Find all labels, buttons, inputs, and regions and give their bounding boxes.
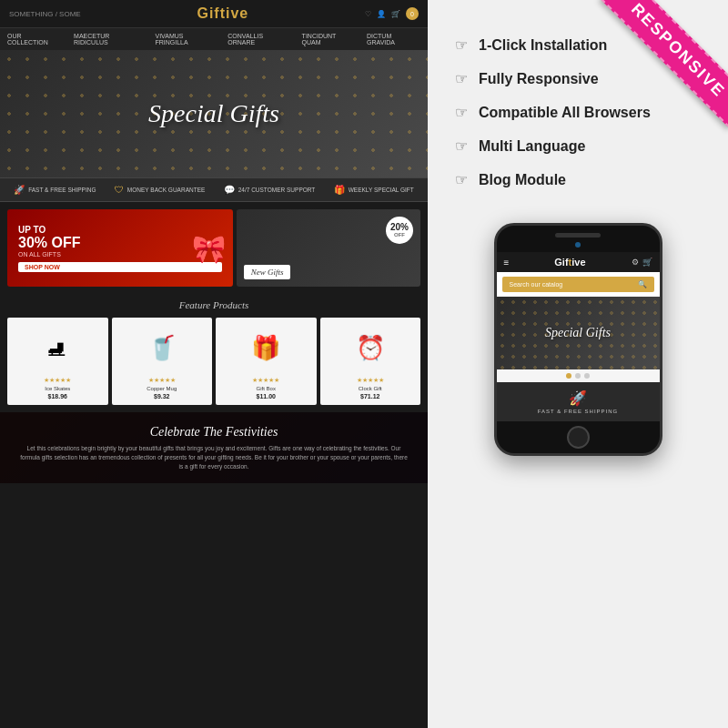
phone-cart-icon[interactable]: 🛒 (642, 258, 652, 267)
features-bar: 🚀 FAST & FREE SHIPPING 🛡 MONEY BACK GUAR… (0, 177, 428, 202)
cursor-icon-1: ☞ (455, 70, 468, 87)
bow-decoration: 🎀 (192, 232, 226, 264)
phone-shipping-label: FAST & FREE SHIPPING (538, 409, 619, 414)
phone-mockup: ≡ Giftive ⚙ 🛒 Search our catalog 🔍 Speci… (494, 223, 662, 456)
percent-off: OFF (394, 232, 405, 238)
product-card-3: ⏰ ★★★★★ Clock Gift $71.12 (320, 318, 421, 405)
cart-icon[interactable]: 🛒 (391, 10, 400, 18)
product-image-1: 🥤 (136, 323, 187, 373)
product-name-3: Clock Gift (359, 386, 382, 391)
percent-badge: 20% OFF (386, 217, 413, 244)
product-image-2: 🎁 (241, 323, 291, 373)
phone-slider-dots (497, 369, 660, 382)
product-image-0: ⛸ (33, 323, 83, 373)
product-price-0: $18.96 (48, 393, 67, 399)
user-icon[interactable]: 👤 (377, 10, 386, 18)
guarantee-icon: 🛡 (115, 185, 124, 195)
promo-section: UP TO 30% OFF ON ALL GIFTS SHOP NOW 🎀 20… (0, 202, 428, 294)
promo-new-gifts-banner: 20% OFF New Gifts (237, 209, 420, 287)
product-price-1: $9.32 (154, 393, 170, 399)
search-icon[interactable]: 🔍 (638, 280, 647, 288)
product-price-2: $11.00 (257, 393, 276, 399)
ribbon-corner: RESPONSIVE (555, 0, 728, 173)
nav-item-quam[interactable]: TINCIDUNT QUAM (302, 33, 356, 46)
celebration-text: Let this celebrations begin brightly by … (18, 444, 410, 470)
phone-search-bar[interactable]: Search our catalog 🔍 (502, 277, 654, 292)
phone-camera (575, 242, 581, 248)
featured-section-title: Feature Products (0, 294, 428, 314)
support-label: 24/7 CUSTOMER SUPPORT (238, 187, 316, 193)
product-stars-2: ★★★★★ (252, 377, 279, 384)
phone-nav: ≡ Giftive ⚙ 🛒 (497, 252, 660, 272)
nav-item-fringilla[interactable]: VIVAMUS FRINGILLA (155, 33, 217, 46)
guarantee-label: MONEY BACK GUARANTEE (127, 187, 205, 193)
slider-dot-1[interactable] (566, 373, 571, 379)
phone-home-button[interactable] (567, 426, 590, 449)
phone-container: ≡ Giftive ⚙ 🛒 Search our catalog 🔍 Speci… (428, 223, 728, 456)
slider-dot-3[interactable] (584, 373, 590, 379)
product-name-1: Copper Mug (147, 386, 177, 391)
phone-gear-icon[interactable]: ⚙ (632, 258, 639, 267)
responsive-ribbon: RESPONSIVE (601, 0, 728, 128)
product-stars-0: ★★★★★ (44, 377, 71, 384)
phone-logo: Giftive (554, 257, 585, 268)
feature-guarantee: 🛡 MONEY BACK GUARANTEE (115, 185, 205, 195)
cursor-icon-0: ☞ (455, 36, 468, 54)
featured-section: Feature Products ⛸ ★★★★★ Ice Skates $18.… (0, 294, 428, 412)
hero-text: Special Gifts (148, 99, 279, 128)
product-name-0: Ice Skates (45, 386, 70, 391)
logo-text: Giftive (197, 5, 248, 21)
nav-item-gravida[interactable]: DICTUM GRAVIDA (367, 33, 420, 46)
hero-banner: Special Gifts (0, 50, 428, 177)
products-grid: ⛸ ★★★★★ Ice Skates $18.96 🥤 ★★★★★ Copper… (0, 314, 428, 412)
slider-dot-2[interactable] (575, 373, 581, 379)
phone-speaker (555, 233, 601, 238)
celebration-title: Celebrate The Festivities (18, 425, 410, 440)
support-icon: 💬 (224, 185, 235, 195)
nav-item-collection[interactable]: OUR COLLECTION (7, 33, 63, 46)
header-right: ♡ 👤 🛒 0 (365, 7, 419, 20)
site-logo: Giftive (197, 5, 248, 22)
right-panel: RESPONSIVE ☞ 1-Click Installation ☞ Full… (428, 0, 728, 728)
percent-number: 20% (390, 223, 409, 232)
phone-shipping-icon: 🚀 (569, 389, 587, 407)
promo-discount-banner: UP TO 30% OFF ON ALL GIFTS SHOP NOW 🎀 (7, 209, 233, 287)
product-card-0: ⛸ ★★★★★ Ice Skates $18.96 (7, 318, 108, 405)
product-stars-1: ★★★★★ (148, 377, 176, 384)
nav-item-ridiculus[interactable]: MAECETUR RIDICULUS (74, 33, 144, 46)
phone-hero: Special Gifts (497, 297, 660, 369)
product-name-2: Gift Box (257, 386, 276, 391)
cursor-icon-3: ☞ (455, 137, 468, 155)
product-card-2: 🎁 ★★★★★ Gift Box $11.00 (216, 318, 317, 405)
phone-hero-title: Special Gifts (545, 326, 611, 340)
shipping-icon: 🚀 (14, 185, 25, 195)
gift-label: WEEKLY SPECIAL GIFT (349, 187, 414, 193)
site-navigation: OUR COLLECTION MAECETUR RIDICULUS VIVAMU… (0, 28, 428, 50)
feature-shipping: 🚀 FAST & FREE SHIPPING (14, 185, 96, 195)
product-image-3: ⏰ (345, 323, 395, 373)
feature-row-4: ☞ Blog Module (455, 171, 701, 188)
new-gifts-tag: New Gifts (244, 265, 291, 279)
feature-gift: 🎁 WEEKLY SPECIAL GIFT (334, 185, 414, 195)
header-address: SOMETHING / SOME (9, 10, 81, 18)
gift-icon: 🎁 (334, 185, 345, 195)
product-card-1: 🥤 ★★★★★ Copper Mug $9.32 (112, 318, 213, 405)
left-panel: SOMETHING / SOME Giftive ♡ 👤 🛒 0 OUR COL… (0, 0, 428, 728)
phone-feature-bar: 🚀 FAST & FREE SHIPPING (497, 382, 660, 421)
feature-support: 💬 24/7 CUSTOMER SUPPORT (224, 185, 316, 195)
cursor-icon-4: ☞ (455, 171, 468, 188)
nav-item-ornare[interactable]: CONVALLIS ORNARE (228, 33, 290, 46)
phone-screen: ≡ Giftive ⚙ 🛒 Search our catalog 🔍 Speci… (497, 252, 660, 421)
shipping-label: FAST & FREE SHIPPING (28, 187, 96, 193)
celebration-section: Celebrate The Festivities Let this celeb… (0, 412, 428, 483)
phone-nav-icons: ⚙ 🛒 (632, 258, 652, 267)
hamburger-icon[interactable]: ≡ (504, 258, 510, 268)
cursor-icon-2: ☞ (455, 104, 468, 121)
cart-count: 0 (406, 7, 419, 20)
search-placeholder: Search our catalog (510, 281, 563, 288)
wishlist-icon[interactable]: ♡ (365, 10, 371, 18)
product-price-3: $71.12 (360, 393, 379, 399)
hero-title: Special Gifts (148, 99, 279, 128)
feature-label-4: Blog Module (479, 172, 566, 188)
site-header: SOMETHING / SOME Giftive ♡ 👤 🛒 0 (0, 0, 428, 28)
